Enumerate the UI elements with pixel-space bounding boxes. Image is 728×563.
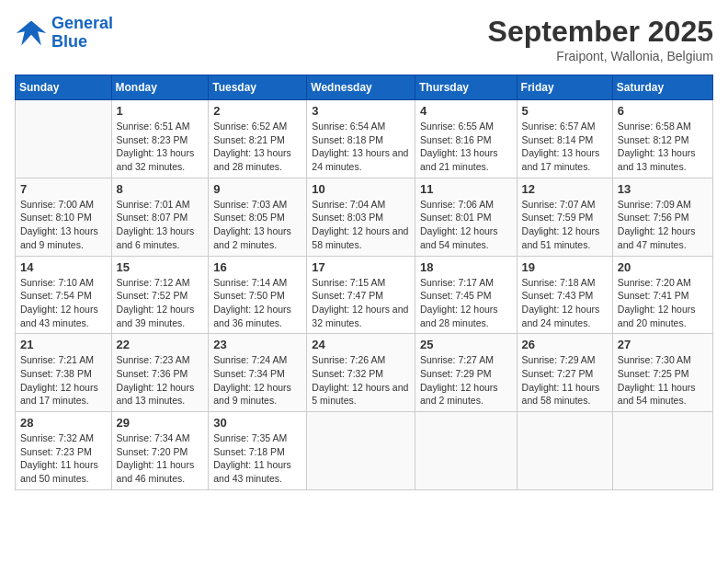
weekday-header: Tuesday bbox=[209, 75, 307, 100]
day-number: 29 bbox=[117, 416, 204, 430]
calendar-cell: 4Sunrise: 6:55 AMSunset: 8:16 PMDaylight… bbox=[415, 100, 517, 178]
day-number: 7 bbox=[20, 182, 107, 196]
calendar-cell: 2Sunrise: 6:52 AMSunset: 8:21 PMDaylight… bbox=[209, 100, 307, 178]
cell-info: Sunrise: 7:09 AMSunset: 7:56 PMDaylight:… bbox=[618, 198, 708, 252]
month-title: September 2025 bbox=[488, 15, 713, 49]
day-number: 13 bbox=[618, 182, 708, 196]
calendar-cell: 5Sunrise: 6:57 AMSunset: 8:14 PMDaylight… bbox=[517, 100, 612, 178]
calendar-cell: 15Sunrise: 7:12 AMSunset: 7:52 PMDayligh… bbox=[111, 256, 209, 334]
cell-info: Sunrise: 7:01 AMSunset: 8:07 PMDaylight:… bbox=[117, 198, 204, 252]
weekday-header-row: SundayMondayTuesdayWednesdayThursdayFrid… bbox=[16, 75, 713, 100]
weekday-header: Monday bbox=[111, 75, 209, 100]
cell-info: Sunrise: 7:14 AMSunset: 7:50 PMDaylight:… bbox=[213, 276, 301, 330]
calendar-week-row: 21Sunrise: 7:21 AMSunset: 7:38 PMDayligh… bbox=[16, 334, 713, 412]
page-header: General Blue September 2025 Fraipont, Wa… bbox=[15, 15, 713, 63]
cell-info: Sunrise: 7:06 AMSunset: 8:01 PMDaylight:… bbox=[420, 198, 512, 252]
calendar-cell bbox=[16, 100, 112, 178]
day-number: 20 bbox=[618, 260, 708, 274]
calendar-cell bbox=[612, 412, 712, 490]
weekday-header: Friday bbox=[517, 75, 612, 100]
cell-info: Sunrise: 7:27 AMSunset: 7:29 PMDaylight:… bbox=[420, 353, 512, 408]
cell-info: Sunrise: 7:30 AMSunset: 7:25 PMDaylight:… bbox=[618, 353, 708, 408]
day-number: 25 bbox=[420, 338, 512, 351]
calendar-cell: 11Sunrise: 7:06 AMSunset: 8:01 PMDayligh… bbox=[415, 178, 517, 256]
day-number: 26 bbox=[522, 338, 608, 351]
calendar-cell: 29Sunrise: 7:34 AMSunset: 7:20 PMDayligh… bbox=[111, 412, 209, 490]
cell-info: Sunrise: 7:07 AMSunset: 7:59 PMDaylight:… bbox=[522, 198, 608, 252]
day-number: 10 bbox=[312, 182, 410, 196]
day-number: 23 bbox=[213, 338, 301, 351]
cell-info: Sunrise: 7:26 AMSunset: 7:32 PMDaylight:… bbox=[312, 353, 410, 408]
cell-info: Sunrise: 7:12 AMSunset: 7:52 PMDaylight:… bbox=[117, 276, 204, 330]
cell-info: Sunrise: 7:18 AMSunset: 7:43 PMDaylight:… bbox=[522, 276, 608, 330]
day-number: 21 bbox=[20, 338, 107, 351]
calendar-cell: 20Sunrise: 7:20 AMSunset: 7:41 PMDayligh… bbox=[612, 256, 712, 334]
calendar-cell: 12Sunrise: 7:07 AMSunset: 7:59 PMDayligh… bbox=[517, 178, 612, 256]
calendar-cell: 28Sunrise: 7:32 AMSunset: 7:23 PMDayligh… bbox=[16, 412, 112, 490]
day-number: 24 bbox=[312, 338, 410, 351]
cell-info: Sunrise: 7:21 AMSunset: 7:38 PMDaylight:… bbox=[20, 353, 107, 408]
weekday-header: Saturday bbox=[612, 75, 712, 100]
calendar-cell bbox=[415, 412, 517, 490]
day-number: 2 bbox=[213, 104, 301, 118]
day-number: 30 bbox=[213, 416, 301, 430]
cell-info: Sunrise: 7:17 AMSunset: 7:45 PMDaylight:… bbox=[420, 276, 512, 330]
cell-info: Sunrise: 7:35 AMSunset: 7:18 PMDaylight:… bbox=[213, 431, 301, 486]
day-number: 8 bbox=[117, 182, 204, 196]
calendar-week-row: 14Sunrise: 7:10 AMSunset: 7:54 PMDayligh… bbox=[16, 256, 713, 334]
cell-info: Sunrise: 7:00 AMSunset: 8:10 PMDaylight:… bbox=[20, 198, 107, 252]
day-number: 16 bbox=[213, 260, 301, 274]
calendar-cell bbox=[517, 412, 612, 490]
day-number: 5 bbox=[522, 104, 608, 118]
cell-info: Sunrise: 7:04 AMSunset: 8:03 PMDaylight:… bbox=[312, 198, 410, 252]
day-number: 22 bbox=[117, 338, 204, 351]
calendar-cell: 21Sunrise: 7:21 AMSunset: 7:38 PMDayligh… bbox=[16, 334, 112, 412]
day-number: 12 bbox=[522, 182, 608, 196]
calendar-cell: 17Sunrise: 7:15 AMSunset: 7:47 PMDayligh… bbox=[307, 256, 415, 334]
day-number: 28 bbox=[20, 416, 107, 430]
cell-info: Sunrise: 6:51 AMSunset: 8:23 PMDaylight:… bbox=[117, 120, 204, 174]
calendar-cell: 27Sunrise: 7:30 AMSunset: 7:25 PMDayligh… bbox=[612, 334, 712, 412]
calendar-table: SundayMondayTuesdayWednesdayThursdayFrid… bbox=[15, 75, 713, 490]
cell-info: Sunrise: 7:15 AMSunset: 7:47 PMDaylight:… bbox=[312, 276, 410, 330]
logo-text: General Blue bbox=[51, 15, 113, 52]
day-number: 3 bbox=[312, 104, 410, 118]
cell-info: Sunrise: 7:32 AMSunset: 7:23 PMDaylight:… bbox=[20, 431, 107, 486]
day-number: 1 bbox=[117, 104, 204, 118]
day-number: 14 bbox=[20, 260, 107, 274]
day-number: 15 bbox=[117, 260, 204, 274]
weekday-header: Wednesday bbox=[307, 75, 415, 100]
calendar-week-row: 28Sunrise: 7:32 AMSunset: 7:23 PMDayligh… bbox=[16, 412, 713, 490]
calendar-cell: 3Sunrise: 6:54 AMSunset: 8:18 PMDaylight… bbox=[307, 100, 415, 178]
day-number: 17 bbox=[312, 260, 410, 274]
calendar-cell: 18Sunrise: 7:17 AMSunset: 7:45 PMDayligh… bbox=[415, 256, 517, 334]
day-number: 6 bbox=[618, 104, 708, 118]
calendar-cell: 22Sunrise: 7:23 AMSunset: 7:36 PMDayligh… bbox=[111, 334, 209, 412]
calendar-cell: 26Sunrise: 7:29 AMSunset: 7:27 PMDayligh… bbox=[517, 334, 612, 412]
day-number: 4 bbox=[420, 104, 512, 118]
cell-info: Sunrise: 6:57 AMSunset: 8:14 PMDaylight:… bbox=[522, 120, 608, 174]
day-number: 19 bbox=[522, 260, 608, 274]
cell-info: Sunrise: 6:58 AMSunset: 8:12 PMDaylight:… bbox=[618, 120, 708, 174]
calendar-cell: 13Sunrise: 7:09 AMSunset: 7:56 PMDayligh… bbox=[612, 178, 712, 256]
calendar-cell: 6Sunrise: 6:58 AMSunset: 8:12 PMDaylight… bbox=[612, 100, 712, 178]
calendar-week-row: 7Sunrise: 7:00 AMSunset: 8:10 PMDaylight… bbox=[16, 178, 713, 256]
cell-info: Sunrise: 7:24 AMSunset: 7:34 PMDaylight:… bbox=[213, 353, 301, 408]
logo: General Blue bbox=[15, 15, 113, 52]
cell-info: Sunrise: 7:10 AMSunset: 7:54 PMDaylight:… bbox=[20, 276, 107, 330]
cell-info: Sunrise: 7:29 AMSunset: 7:27 PMDaylight:… bbox=[522, 353, 608, 408]
calendar-cell: 25Sunrise: 7:27 AMSunset: 7:29 PMDayligh… bbox=[415, 334, 517, 412]
cell-info: Sunrise: 6:55 AMSunset: 8:16 PMDaylight:… bbox=[420, 120, 512, 174]
cell-info: Sunrise: 7:03 AMSunset: 8:05 PMDaylight:… bbox=[213, 198, 301, 252]
calendar-cell: 14Sunrise: 7:10 AMSunset: 7:54 PMDayligh… bbox=[16, 256, 112, 334]
cell-info: Sunrise: 6:54 AMSunset: 8:18 PMDaylight:… bbox=[312, 120, 410, 174]
calendar-cell: 23Sunrise: 7:24 AMSunset: 7:34 PMDayligh… bbox=[209, 334, 307, 412]
calendar-cell bbox=[307, 412, 415, 490]
calendar-cell: 24Sunrise: 7:26 AMSunset: 7:32 PMDayligh… bbox=[307, 334, 415, 412]
calendar-cell: 30Sunrise: 7:35 AMSunset: 7:18 PMDayligh… bbox=[209, 412, 307, 490]
title-block: September 2025 Fraipont, Wallonia, Belgi… bbox=[488, 15, 713, 63]
calendar-cell: 10Sunrise: 7:04 AMSunset: 8:03 PMDayligh… bbox=[307, 178, 415, 256]
logo-icon bbox=[15, 17, 48, 50]
day-number: 27 bbox=[618, 338, 708, 351]
cell-info: Sunrise: 7:34 AMSunset: 7:20 PMDaylight:… bbox=[117, 431, 204, 486]
